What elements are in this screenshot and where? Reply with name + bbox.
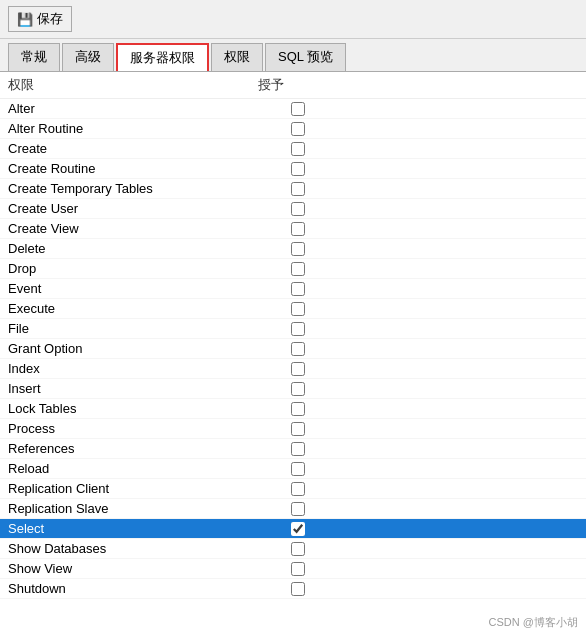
table-row[interactable]: Shutdown [0,579,586,599]
perm-name: Index [8,361,258,376]
perm-checkbox[interactable] [291,162,305,176]
table-row[interactable]: Delete [0,239,586,259]
checkbox-cell [258,302,338,316]
perm-checkbox[interactable] [291,542,305,556]
table-row[interactable]: Create Routine [0,159,586,179]
perm-checkbox[interactable] [291,342,305,356]
table-row[interactable]: Show Databases [0,539,586,559]
table-row[interactable]: Process [0,419,586,439]
perm-checkbox[interactable] [291,222,305,236]
perm-checkbox[interactable] [291,522,305,536]
perm-checkbox[interactable] [291,282,305,296]
table-row[interactable]: Lock Tables [0,399,586,419]
perm-name: Create View [8,221,258,236]
table-row[interactable]: Reload [0,459,586,479]
tab-general[interactable]: 常规 [8,43,60,71]
tab-privs[interactable]: 权限 [211,43,263,71]
tab-bar: 常规高级服务器权限权限SQL 预览 [0,39,586,72]
checkbox-cell [258,442,338,456]
checkbox-cell [258,522,338,536]
perm-name: Event [8,281,258,296]
perm-checkbox[interactable] [291,322,305,336]
table-row[interactable]: Execute [0,299,586,319]
checkbox-cell [258,402,338,416]
checkbox-cell [258,162,338,176]
perm-checkbox[interactable] [291,442,305,456]
table-row[interactable]: Alter Routine [0,119,586,139]
checkbox-cell [258,422,338,436]
perm-checkbox[interactable] [291,262,305,276]
checkbox-cell [258,502,338,516]
perm-checkbox[interactable] [291,302,305,316]
checkbox-cell [258,362,338,376]
table-row[interactable]: Grant Option [0,339,586,359]
perm-name: Show Databases [8,541,258,556]
table-row[interactable]: File [0,319,586,339]
perm-name: Execute [8,301,258,316]
table-row[interactable]: Alter [0,99,586,119]
watermark: CSDN @博客小胡 [489,615,578,630]
perm-name: Delete [8,241,258,256]
table-row[interactable]: Create Temporary Tables [0,179,586,199]
checkbox-cell [258,582,338,596]
perm-name: Grant Option [8,341,258,356]
perm-name: Insert [8,381,258,396]
perm-checkbox[interactable] [291,502,305,516]
table-row[interactable]: Index [0,359,586,379]
perm-name: Create [8,141,258,156]
perm-checkbox[interactable] [291,422,305,436]
perm-checkbox[interactable] [291,142,305,156]
perm-checkbox[interactable] [291,402,305,416]
checkbox-cell [258,142,338,156]
checkbox-cell [258,542,338,556]
perm-checkbox[interactable] [291,242,305,256]
perm-name: Show View [8,561,258,576]
perm-checkbox[interactable] [291,582,305,596]
perm-checkbox[interactable] [291,182,305,196]
perm-name: Shutdown [8,581,258,596]
checkbox-cell [258,382,338,396]
perm-checkbox[interactable] [291,562,305,576]
table-row[interactable]: Create [0,139,586,159]
tab-advanced[interactable]: 高级 [62,43,114,71]
perm-checkbox[interactable] [291,462,305,476]
checkbox-cell [258,202,338,216]
perm-name: References [8,441,258,456]
perm-checkbox[interactable] [291,382,305,396]
tab-sql_preview[interactable]: SQL 预览 [265,43,346,71]
perm-name: Process [8,421,258,436]
table-row[interactable]: Replication Client [0,479,586,499]
checkbox-cell [258,322,338,336]
perm-name: Reload [8,461,258,476]
perm-checkbox[interactable] [291,122,305,136]
col-grant-label: 授予 [258,76,578,94]
perm-name: Alter Routine [8,121,258,136]
save-button[interactable]: 💾 保存 [8,6,72,32]
col-priv-label: 权限 [8,76,258,94]
save-label: 保存 [37,10,63,28]
checkbox-cell [258,482,338,496]
table-row[interactable]: Select [0,519,586,539]
checkbox-cell [258,122,338,136]
save-icon: 💾 [17,12,33,27]
perm-name: Alter [8,101,258,116]
table-row[interactable]: Event [0,279,586,299]
checkbox-cell [258,562,338,576]
perm-name: Select [8,521,258,536]
perm-name: Create Temporary Tables [8,181,258,196]
perm-checkbox[interactable] [291,202,305,216]
perm-name: Lock Tables [8,401,258,416]
table-row[interactable]: References [0,439,586,459]
table-row[interactable]: Show View [0,559,586,579]
table-row[interactable]: Drop [0,259,586,279]
table-row[interactable]: Create View [0,219,586,239]
table-row[interactable]: Create User [0,199,586,219]
perm-name: Drop [8,261,258,276]
perm-checkbox[interactable] [291,482,305,496]
tab-server_privs[interactable]: 服务器权限 [116,43,209,71]
table-row[interactable]: Insert [0,379,586,399]
perm-checkbox[interactable] [291,102,305,116]
permissions-table: AlterAlter RoutineCreateCreate RoutineCr… [0,99,586,599]
table-row[interactable]: Replication Slave [0,499,586,519]
perm-checkbox[interactable] [291,362,305,376]
